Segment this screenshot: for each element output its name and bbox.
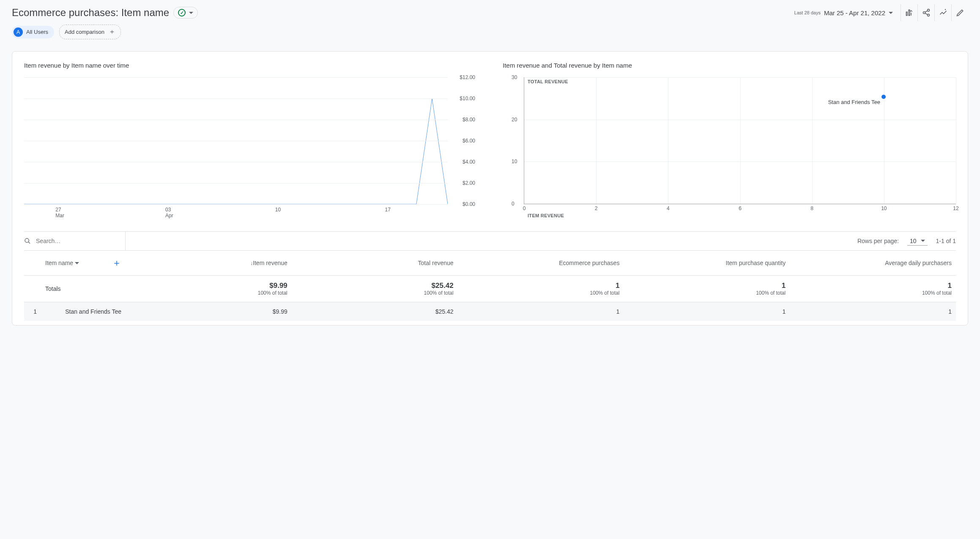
totals-total-revenue: $25.42100% of total <box>292 276 458 302</box>
page-header: Ecommerce purchases: Item name ✓ Last 28… <box>0 0 980 23</box>
table-row[interactable]: 1 Stan and Friends Tee $9.99 $25.42 1 1 … <box>24 302 956 321</box>
svg-line-6 <box>925 13 928 14</box>
col-item-revenue[interactable]: ↓Item revenue <box>126 251 292 276</box>
rows-per-page-value: 10 <box>910 238 917 244</box>
table-controls: Rows per page: 10 1-1 of 1 <box>24 231 956 251</box>
svg-line-5 <box>925 11 928 12</box>
svg-point-2 <box>927 9 929 11</box>
line-plot: $0.00$2.00$4.00$6.00$8.00$10.00$12.00 <box>24 77 448 204</box>
header-right: Last 28 days Mar 25 - Apr 21, 2022 <box>793 4 968 21</box>
audience-label: All Users <box>26 29 48 35</box>
page-title: Ecommerce purchases: Item name <box>12 7 169 19</box>
line-chart-title: Item revenue by Item name over time <box>24 62 477 69</box>
col-avg-daily-purchasers[interactable]: Average daily purchasers <box>790 251 956 276</box>
customize-icon[interactable] <box>901 4 917 21</box>
date-range-selector[interactable]: Last 28 days Mar 25 - Apr 21, 2022 <box>793 7 895 19</box>
svg-point-7 <box>944 9 946 10</box>
col-dimension: Item name ＋ <box>41 251 126 276</box>
svg-point-8 <box>25 238 29 242</box>
row-avg-daily-purchasers: 1 <box>790 302 956 321</box>
scatter-y-title: TOTAL REVENUE <box>528 79 568 84</box>
add-dimension-button[interactable]: ＋ <box>112 257 121 269</box>
line-chart-container: Item revenue by Item name over time $0.0… <box>24 62 477 221</box>
row-total-revenue: $25.42 <box>292 302 458 321</box>
audience-badge: A <box>14 27 23 37</box>
totals-row: Totals $9.99100% of total $25.42100% of … <box>24 276 956 302</box>
row-item-purchase-quantity: 1 <box>624 302 790 321</box>
plus-icon: ＋ <box>109 27 115 36</box>
col-total-revenue[interactable]: Total revenue <box>292 251 458 276</box>
rows-per-page-select[interactable]: 10 <box>907 237 928 246</box>
search-icon <box>24 237 31 245</box>
search-input[interactable] <box>35 237 125 245</box>
totals-avg-daily-purchasers: 1100% of total <box>790 276 956 302</box>
header-left: Ecommerce purchases: Item name ✓ <box>12 7 198 19</box>
add-comparison-label: Add comparison <box>65 29 104 35</box>
totals-label: Totals <box>41 276 126 302</box>
row-index: 1 <box>24 302 41 321</box>
scatter-chart-container: Item revenue and Total revenue by Item n… <box>503 62 956 221</box>
audience-chip[interactable]: A All Users <box>12 26 54 38</box>
col-ecommerce-purchases[interactable]: Ecommerce purchases <box>458 251 624 276</box>
svg-rect-1 <box>909 10 910 15</box>
svg-rect-0 <box>906 12 907 15</box>
search-box <box>24 232 126 250</box>
rows-per-page-label: Rows per page: <box>857 238 899 244</box>
share-icon[interactable] <box>917 4 934 21</box>
scatter-chart: TOTAL REVENUE ITEM REVENUE 0246810120102… <box>503 77 956 221</box>
line-chart: $0.00$2.00$4.00$6.00$8.00$10.00$12.00 27… <box>24 77 477 221</box>
date-range: Mar 25 - Apr 21, 2022 <box>824 9 885 16</box>
report-card: Item revenue by Item name over time $0.0… <box>12 51 968 326</box>
row-item-name: Stan and Friends Tee <box>41 302 126 321</box>
add-comparison-button[interactable]: Add comparison ＋ <box>59 25 121 39</box>
totals-item-purchase-quantity: 1100% of total <box>624 276 790 302</box>
chevron-down-icon <box>189 12 193 14</box>
table-header-row: Item name ＋ ↓Item revenue Total revenue … <box>24 251 956 276</box>
data-table: Item name ＋ ↓Item revenue Total revenue … <box>24 251 956 321</box>
col-item-purchase-quantity[interactable]: Item purchase quantity <box>624 251 790 276</box>
check-circle-icon: ✓ <box>178 9 186 16</box>
svg-point-4 <box>927 14 929 16</box>
line-x-ticks: 27 Mar03 Apr1017 <box>24 204 448 221</box>
dimension-selector[interactable]: Item name <box>45 260 79 266</box>
edit-icon[interactable] <box>951 4 968 21</box>
chevron-down-icon <box>889 12 893 14</box>
comparison-row: A All Users Add comparison ＋ <box>0 23 980 46</box>
row-ecommerce-purchases: 1 <box>458 302 624 321</box>
insights-icon[interactable] <box>934 4 951 21</box>
pagination-range: 1-1 of 1 <box>936 238 956 244</box>
scatter-chart-title: Item revenue and Total revenue by Item n… <box>503 62 956 69</box>
chevron-down-icon <box>921 240 925 242</box>
col-index <box>24 251 41 276</box>
date-prefix: Last 28 days <box>794 10 821 15</box>
scatter-x-title: ITEM REVENUE <box>528 213 564 218</box>
status-chip[interactable]: ✓ <box>173 7 198 19</box>
charts-row: Item revenue by Item name over time $0.0… <box>24 62 956 221</box>
svg-point-3 <box>923 12 925 14</box>
header-icon-group <box>901 4 968 21</box>
totals-ecommerce-purchases: 1100% of total <box>458 276 624 302</box>
scatter-plot: TOTAL REVENUE ITEM REVENUE 0246810120102… <box>524 77 956 204</box>
row-item-revenue: $9.99 <box>126 302 292 321</box>
pagination-controls: Rows per page: 10 1-1 of 1 <box>857 237 956 246</box>
chevron-down-icon <box>75 262 79 264</box>
svg-line-9 <box>28 242 30 244</box>
totals-item-revenue: $9.99100% of total <box>126 276 292 302</box>
